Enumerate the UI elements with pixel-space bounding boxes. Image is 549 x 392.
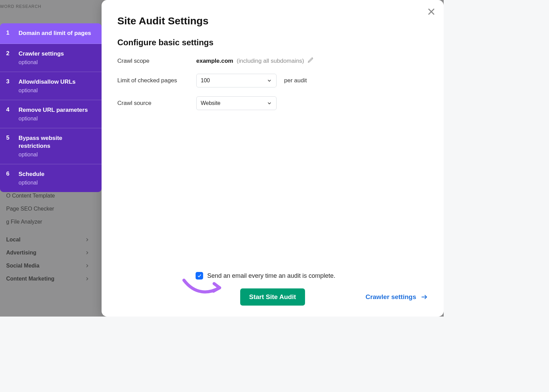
limit-label: Limit of checked pages (117, 77, 196, 84)
step-number: 3 (6, 78, 12, 94)
email-label: Send an email every time an audit is com… (207, 272, 335, 280)
row-limit: Limit of checked pages 100 per audit (117, 74, 428, 87)
start-audit-button[interactable]: Start Site Audit (240, 288, 305, 306)
close-button[interactable] (427, 7, 436, 18)
limit-value: 100 (201, 78, 210, 84)
step-optional: optional (19, 87, 95, 94)
wizard-step-5[interactable]: 5 Bypass website restrictions optional (0, 128, 102, 164)
arrow-right-icon (420, 293, 428, 301)
source-value: Website (201, 100, 221, 106)
row-crawl-scope: Crawl scope example.com (including all s… (117, 57, 428, 65)
wizard-step-6[interactable]: 6 Schedule optional (0, 164, 102, 192)
per-audit-label: per audit (284, 77, 307, 84)
step-number: 6 (6, 170, 12, 186)
crawl-scope-label: Crawl scope (117, 58, 196, 64)
crawl-scope-value: example.com (196, 58, 233, 64)
wizard-step-4[interactable]: 4 Remove URL parameters optional (0, 100, 102, 128)
wizard-step-3[interactable]: 3 Allow/disallow URLs optional (0, 72, 102, 100)
settings-panel: Site Audit Settings Configure basic sett… (102, 0, 444, 317)
row-source: Crawl source Website (117, 96, 428, 110)
section-title: Configure basic settings (117, 38, 428, 47)
source-label: Crawl source (117, 100, 196, 107)
step-optional: optional (19, 116, 95, 122)
step-optional: optional (19, 59, 95, 66)
chevron-down-icon (267, 100, 272, 106)
limit-select[interactable]: 100 (196, 74, 277, 87)
step-title: Domain and limit of pages (19, 29, 95, 37)
step-number: 4 (6, 106, 12, 122)
settings-form: Crawl scope example.com (including all s… (117, 57, 428, 119)
step-title: Allow/disallow URLs (19, 78, 95, 86)
step-title: Bypass website restrictions (19, 134, 95, 150)
crawler-settings-link[interactable]: Crawler settings (365, 293, 428, 301)
site-audit-modal: Site Audit Settings Configure basic sett… (0, 0, 444, 317)
wizard-step-1[interactable]: 1 Domain and limit of pages (0, 23, 102, 44)
edit-scope-button[interactable] (307, 57, 314, 65)
step-number: 2 (6, 50, 12, 66)
chevron-down-icon (267, 78, 272, 83)
step-optional: optional (19, 180, 95, 186)
step-optional: optional (19, 152, 95, 158)
pencil-icon (307, 57, 314, 63)
annotation-arrow (181, 277, 226, 299)
step-title: Remove URL parameters (19, 106, 95, 114)
crawl-scope-note: (including all subdomains) (237, 58, 304, 64)
wizard-steps: 1 Domain and limit of pages 2 Crawler se… (0, 23, 102, 192)
curved-arrow-icon (181, 277, 226, 298)
panel-footer: Send an email every time an audit is com… (117, 272, 428, 306)
step-number: 1 (6, 29, 12, 37)
source-select[interactable]: Website (196, 96, 277, 110)
next-link-label: Crawler settings (365, 293, 416, 301)
email-notify-row: Send an email every time an audit is com… (196, 272, 428, 280)
close-icon (427, 7, 436, 16)
footer-actions: Start Site Audit Crawler settings (196, 288, 428, 306)
step-title: Crawler settings (19, 50, 95, 58)
panel-title: Site Audit Settings (117, 15, 428, 27)
step-number: 5 (6, 134, 12, 158)
wizard-step-2[interactable]: 2 Crawler settings optional (0, 44, 102, 72)
step-title: Schedule (19, 170, 95, 178)
